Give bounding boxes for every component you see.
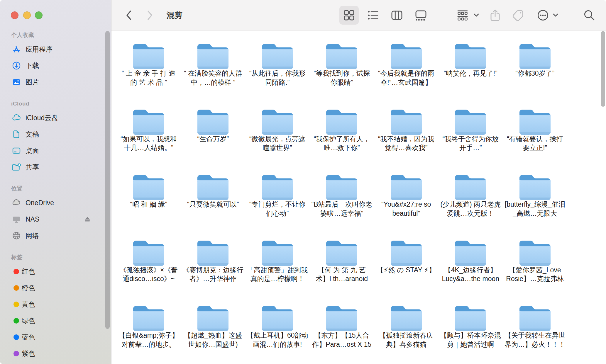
share-button[interactable] xyxy=(488,8,502,22)
folder-item[interactable]: “我终于舍得为你放开手…” xyxy=(439,104,503,169)
tag-color-dot xyxy=(13,334,19,340)
folder-item[interactable]: “如果可以，我想和十几…人结婚。” xyxy=(116,104,181,169)
close-button[interactable] xyxy=(11,11,18,19)
sidebar-item-label: 应用程序 xyxy=(26,45,53,54)
folder-item[interactable]: “今后我就是你的雨伞!”…玄武国篇】 xyxy=(374,38,439,104)
folder-item[interactable]: 【何 为 第 九 艺 术】I th…aranoid xyxy=(310,235,374,300)
globe-icon xyxy=(11,231,22,241)
folder-item[interactable]: “ 上 帝 亲 手 打 造 的 艺 术 品 ” xyxy=(116,38,181,104)
folder-item[interactable]: “生命万岁” xyxy=(181,104,246,169)
folder-icon xyxy=(517,108,553,137)
folder-item[interactable]: “You&#x27;re so beautiful” xyxy=(374,169,439,235)
sidebar-item-应用程序[interactable]: 应用程序 xyxy=(0,41,111,57)
toolbar-separator xyxy=(385,10,385,20)
folder-icon xyxy=(389,304,424,333)
sidebar-item-icloud云盘[interactable]: iCloud云盘 xyxy=(0,110,111,126)
folder-item[interactable]: “我不结婚，因为我觉得…喜欢我” xyxy=(374,104,439,169)
list-view-button[interactable] xyxy=(366,8,380,22)
folder-item[interactable]: “等我找到你，试探你眼睛” xyxy=(310,38,374,104)
back-button[interactable] xyxy=(122,8,136,22)
folder-item[interactable]: “呐艾伦，再见了!” xyxy=(439,38,503,104)
folder-label: 【何 为 第 九 艺 术】I th…aranoid xyxy=(311,266,373,283)
folder-label: 【白银&amp;弥子】对前辈…的地步。 xyxy=(117,331,180,349)
folder-item[interactable]: 《孤独摇滚》×《普通disco…isco》~ xyxy=(116,235,181,300)
folder-item[interactable]: “B站最后一次叫你老婆啦…远幸福” xyxy=(310,169,374,235)
documents-icon xyxy=(11,129,22,139)
folder-item[interactable]: 【白银&amp;弥子】对前辈…的地步。 xyxy=(116,300,181,364)
folder-icon xyxy=(260,173,295,202)
minimize-button[interactable] xyxy=(23,11,31,19)
group-by-chevron-icon[interactable] xyxy=(473,12,480,18)
tag-button[interactable] xyxy=(512,8,525,22)
sidebar-sections: 个人收藏应用程序下载图片iCloudiCloud云盘文稿桌面共享位置OneDri… xyxy=(0,0,111,362)
sidebar-item-橙色[interactable]: 橙色 xyxy=(0,280,111,296)
folder-item[interactable]: 【⚡然 の STAY ⚡】 xyxy=(374,235,439,300)
folder-label: 【⚡然 の STAY ⚡】 xyxy=(377,266,436,275)
sidebar-item-黄色[interactable]: 黄色 xyxy=(0,296,111,312)
zoom-button[interactable] xyxy=(35,11,43,19)
folder-item[interactable]: 【4K_边缘行者】Lucy&a…the moon xyxy=(439,235,503,300)
folder-item[interactable]: 【超燃_热血】这盛世如你…国盛世) xyxy=(181,300,246,364)
folder-item[interactable]: “有错就要认，挨打要立正!” xyxy=(503,104,567,169)
folder-item[interactable]: 「高甜预警」甜到我真的是…柠檬啊！ xyxy=(245,235,310,300)
folder-label: 【爱你罗茜_Love Rosie】…克拉弗林 xyxy=(504,266,566,283)
folder-icon xyxy=(389,239,424,268)
folder-item[interactable]: 【东方】【15人合作】Para…ost X 15 xyxy=(310,300,374,364)
folder-item[interactable]: “微微晨光，点亮这喧嚣世界” xyxy=(245,104,310,169)
sidebar-item-label: 桌面 xyxy=(26,146,39,155)
folder-item[interactable]: 【顾与】桥本环奈混剪｜她曾活过啊 xyxy=(439,300,503,364)
sidebar-item-onedrive[interactable]: OneDrive xyxy=(0,195,111,211)
finder-window: 个人收藏应用程序下载图片iCloudiCloud云盘文稿桌面共享位置OneDri… xyxy=(0,0,606,364)
display-icon xyxy=(11,214,22,224)
sidebar-item-图片[interactable]: 图片 xyxy=(0,74,111,90)
sidebar-item-共享[interactable]: 共享 xyxy=(0,159,111,175)
forward-button[interactable] xyxy=(143,8,157,22)
folder-item[interactable]: 《赛博朋克：边缘行者》…升华神作 xyxy=(181,235,246,300)
folder-item[interactable]: “你都30岁了” xyxy=(503,38,567,104)
column-view-button[interactable] xyxy=(390,8,404,22)
icon-view-button[interactable] xyxy=(342,8,356,22)
folder-icon xyxy=(453,42,488,71)
group-by-button[interactable] xyxy=(456,8,469,22)
folder-icon xyxy=(389,173,424,202)
folder-icon xyxy=(453,173,488,202)
folder-icon xyxy=(195,108,231,137)
folder-item[interactable]: “从此往后，你我形同陌路.” xyxy=(245,38,310,104)
sidebar-item-绿色[interactable]: 绿色 xyxy=(0,312,111,329)
content-scrollbar-track[interactable] xyxy=(600,30,606,364)
folder-item[interactable]: “ 在满脸笑容的人群中，…的模样 ” xyxy=(181,38,246,104)
folder-item[interactable]: 【孤独摇滚新春庆典】喜多猫猫 xyxy=(374,300,439,364)
folder-item[interactable]: [butterfly_综漫_催泪_高燃…无限大 xyxy=(503,169,567,235)
folder-item[interactable]: (少儿频道) 两只老虎爱跳…次元版！ xyxy=(439,169,503,235)
sidebar-item-紫色[interactable]: 紫色 xyxy=(0,345,111,362)
folder-label: 「高甜预警」甜到我真的是…柠檬啊！ xyxy=(246,266,309,283)
folder-item[interactable]: “专门剪烂，不让你们心动” xyxy=(245,169,310,235)
eject-icon[interactable] xyxy=(84,216,91,223)
folder-icon xyxy=(389,42,424,71)
search-button[interactable] xyxy=(583,8,596,22)
sidebar-item-桌面[interactable]: 桌面 xyxy=(0,142,111,159)
more-options-button[interactable] xyxy=(536,8,550,22)
toolbar-separator xyxy=(409,10,409,20)
sidebar-item-下载[interactable]: 下载 xyxy=(0,57,111,74)
sidebar-item-label: 蓝色 xyxy=(22,333,35,342)
folder-item[interactable]: “我保护了所有人，唯…救下你” xyxy=(310,104,374,169)
sidebar-item-红色[interactable]: 红色 xyxy=(0,263,111,280)
folder-item[interactable]: 【关于我转生在异世界为…】必火！！！ xyxy=(503,300,567,364)
folder-item[interactable]: 【戴上耳机】60部动画混…们的故事! xyxy=(245,300,310,364)
appstore-icon xyxy=(11,44,22,54)
sidebar-item-网络[interactable]: 网络 xyxy=(0,227,111,244)
folder-item[interactable]: “昭 和 姻 缘” xyxy=(116,169,181,235)
folder-item[interactable]: “只要微笑就可以” xyxy=(181,169,246,235)
more-options-chevron-icon[interactable] xyxy=(552,12,559,18)
folder-item[interactable]: 【爱你罗茜_Love Rosie】…克拉弗林 xyxy=(503,235,567,300)
sidebar-item-nas[interactable]: NAS xyxy=(0,211,111,227)
gallery-view-button[interactable] xyxy=(414,8,428,22)
sidebar-item-文稿[interactable]: 文稿 xyxy=(0,126,111,142)
folder-icon xyxy=(131,173,166,202)
folder-icon xyxy=(453,239,488,268)
content-scrollbar-thumb[interactable] xyxy=(601,31,605,107)
sidebar-scrollbar[interactable] xyxy=(105,31,110,329)
sidebar-item-label: 橙色 xyxy=(22,283,35,292)
sidebar-item-蓝色[interactable]: 蓝色 xyxy=(0,329,111,345)
